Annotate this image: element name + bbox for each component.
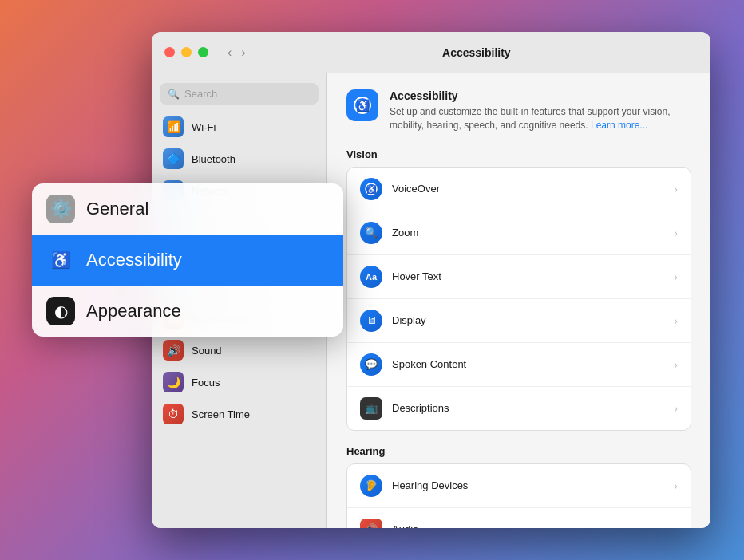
sidebar-label-bluetooth: Bluetooth [192, 153, 235, 165]
hearingdevices-row[interactable]: 🦻 Hearing Devices › [347, 464, 691, 508]
spoken-label: Spoken Content [392, 358, 674, 370]
titlebar: ‹ › Accessibility [152, 32, 710, 73]
hearing-section-title: Hearing [346, 445, 691, 457]
popup-general-icon: ⚙️ [46, 195, 75, 223]
window-title: Accessibility [255, 46, 698, 59]
sidebar-label-wifi: Wi-Fi [192, 121, 216, 133]
hearing-settings-group: 🦻 Hearing Devices › 🔊 Audio › CC Caption… [346, 463, 691, 528]
sidebar-label-screentime: Screen Time [192, 408, 250, 420]
panel-description: Set up and customize the built-in featur… [390, 105, 691, 132]
popup-general-label: General [86, 199, 148, 219]
hearingdevices-icon: 🦻 [360, 475, 382, 497]
display-chevron: › [674, 314, 678, 327]
panel-title: Accessibility [390, 89, 691, 102]
popup-item-accessibility[interactable]: ♿ Accessibility [32, 235, 343, 286]
focus-icon: 🌙 [163, 372, 184, 392]
voiceover-row[interactable]: ♿ VoiceOver › [347, 168, 691, 211]
vision-section-title: Vision [346, 148, 691, 160]
sidebar-item-bluetooth[interactable]: 🔷 Bluetooth [152, 143, 326, 175]
sidebar-item-focus[interactable]: 🌙 Focus [152, 366, 326, 398]
sound-icon: 🔊 [163, 340, 184, 361]
floating-popup: ⚙️ General ♿ Accessibility ◐ Appearance [32, 183, 343, 337]
sidebar-label-focus: Focus [192, 377, 220, 388]
search-icon: 🔍 [168, 89, 180, 100]
svg-text:♿: ♿ [356, 99, 370, 112]
back-button[interactable]: ‹ [224, 44, 235, 61]
hearingdevices-chevron: › [674, 479, 678, 492]
zoom-row[interactable]: 🔍 Zoom › [347, 211, 691, 255]
zoom-chevron: › [674, 227, 678, 239]
descriptions-chevron: › [674, 402, 678, 415]
descriptions-icon: 📺 [360, 397, 382, 420]
learn-more-link[interactable]: Learn more... [591, 120, 647, 131]
hovertext-chevron: › [674, 270, 678, 283]
descriptions-label: Descriptions [392, 402, 674, 414]
bluetooth-icon: 🔷 [163, 148, 184, 169]
svg-text:♿: ♿ [366, 184, 377, 195]
search-placeholder: Search [184, 88, 217, 100]
spoken-row[interactable]: 💬 Spoken Content › [347, 343, 691, 387]
hearingdevices-label: Hearing Devices [392, 479, 674, 491]
sidebar-item-screentime[interactable]: ⏱ Screen Time [152, 398, 326, 430]
zoom-label: Zoom [392, 227, 674, 239]
panel-header-text: Accessibility Set up and customize the b… [390, 89, 691, 132]
hovertext-row[interactable]: Aa Hover Text › [347, 255, 691, 299]
zoom-icon: 🔍 [360, 222, 382, 244]
popup-accessibility-icon: ♿ [46, 246, 75, 274]
hovertext-icon: Aa [360, 266, 382, 288]
spoken-chevron: › [674, 358, 678, 371]
display-icon: 🖥 [360, 310, 382, 332]
wifi-icon: 📶 [163, 116, 184, 137]
panel-header-icon: ♿ [346, 89, 378, 121]
sidebar-label-sound: Sound [192, 345, 222, 357]
search-bar[interactable]: 🔍 Search [160, 83, 319, 105]
vision-settings-group: ♿ VoiceOver › 🔍 Zoom › Aa Hover Text › [346, 167, 691, 431]
popup-appearance-label: Appearance [86, 301, 181, 321]
screentime-icon: ⏱ [163, 404, 184, 424]
popup-item-appearance[interactable]: ◐ Appearance [32, 286, 343, 337]
audio-chevron: › [674, 523, 678, 528]
nav-buttons: ‹ › [224, 44, 249, 61]
popup-accessibility-label: Accessibility [86, 250, 182, 270]
hovertext-label: Hover Text [392, 270, 674, 282]
panel-header: ♿ Accessibility Set up and customize the… [346, 89, 691, 132]
voiceover-chevron: › [674, 183, 678, 195]
popup-appearance-icon: ◐ [46, 297, 75, 325]
minimize-button[interactable] [181, 47, 192, 57]
display-row[interactable]: 🖥 Display › [347, 299, 691, 343]
maximize-button[interactable] [198, 47, 208, 57]
sidebar-item-sound[interactable]: 🔊 Sound [152, 334, 326, 366]
spoken-icon: 💬 [360, 353, 382, 376]
display-label: Display [392, 314, 674, 326]
audio-label: Audio [392, 523, 674, 528]
main-panel: ♿ Accessibility Set up and customize the… [327, 73, 710, 528]
descriptions-row[interactable]: 📺 Descriptions › [347, 387, 691, 430]
audio-icon: 🔊 [360, 519, 382, 528]
voiceover-icon: ♿ [360, 178, 382, 200]
audio-row[interactable]: 🔊 Audio › [347, 508, 691, 528]
sidebar-item-wifi[interactable]: 📶 Wi-Fi [152, 111, 326, 143]
forward-button[interactable]: › [238, 44, 248, 61]
voiceover-label: VoiceOver [392, 183, 674, 195]
close-button[interactable] [164, 47, 175, 57]
popup-item-general[interactable]: ⚙️ General [32, 183, 343, 235]
